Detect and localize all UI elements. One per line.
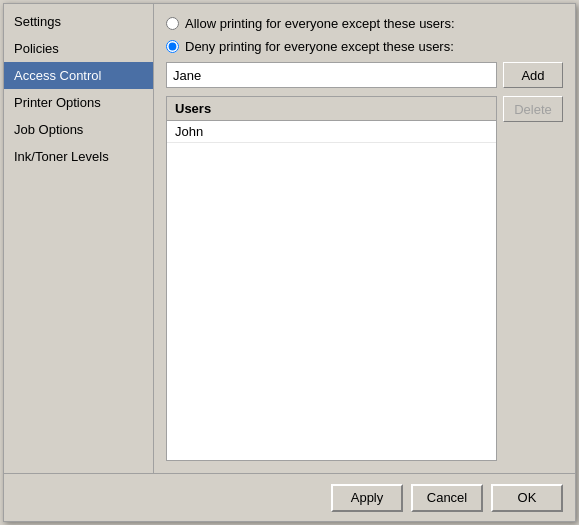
sidebar-item-job-options[interactable]: Job Options [4, 116, 153, 143]
radio-deny[interactable] [166, 40, 179, 53]
users-column-header: Users [167, 97, 496, 121]
radio-allow[interactable] [166, 17, 179, 30]
dialog-footer: Apply Cancel OK [4, 473, 575, 521]
content-area: Allow printing for everyone except these… [154, 4, 575, 473]
sidebar-item-ink-toner[interactable]: Ink/Toner Levels [4, 143, 153, 170]
ok-button[interactable]: OK [491, 484, 563, 512]
sidebar-item-access-control[interactable]: Access Control [4, 62, 153, 89]
table-section: Users John Delete [166, 96, 563, 461]
radio-deny-row: Deny printing for everyone except these … [166, 39, 563, 54]
sidebar: Settings Policies Access Control Printer… [4, 4, 154, 473]
radio-deny-label[interactable]: Deny printing for everyone except these … [185, 39, 454, 54]
user-input[interactable] [166, 62, 497, 88]
add-button[interactable]: Add [503, 62, 563, 88]
dialog: Settings Policies Access Control Printer… [3, 3, 576, 522]
input-row: Add [166, 62, 563, 88]
dialog-body: Settings Policies Access Control Printer… [4, 4, 575, 473]
sidebar-item-settings[interactable]: Settings [4, 8, 153, 35]
radio-allow-row: Allow printing for everyone except these… [166, 16, 563, 31]
sidebar-item-policies[interactable]: Policies [4, 35, 153, 62]
radio-allow-label[interactable]: Allow printing for everyone except these… [185, 16, 455, 31]
users-table: Users John [166, 96, 497, 461]
delete-button[interactable]: Delete [503, 96, 563, 122]
cancel-button[interactable]: Cancel [411, 484, 483, 512]
sidebar-item-printer-options[interactable]: Printer Options [4, 89, 153, 116]
apply-button[interactable]: Apply [331, 484, 403, 512]
users-list: John [167, 121, 496, 460]
user-row-john[interactable]: John [167, 121, 496, 143]
